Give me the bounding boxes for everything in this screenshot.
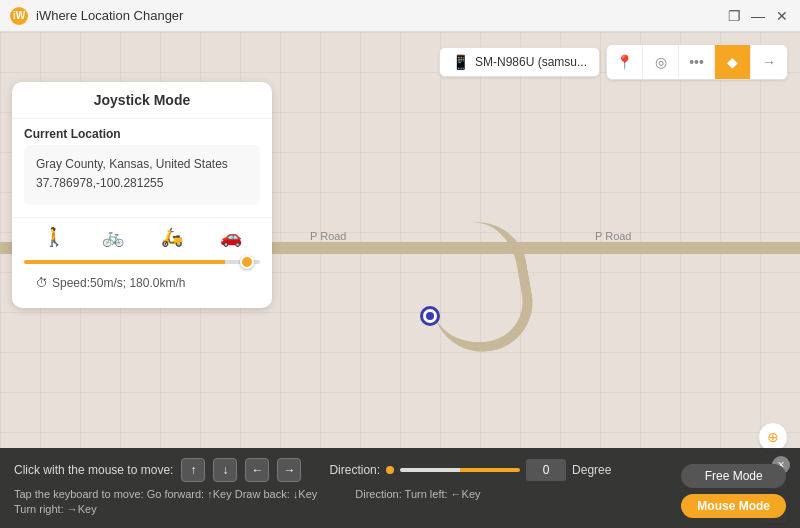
free-mode-button[interactable]: Free Mode <box>681 464 786 488</box>
up-key[interactable]: ↑ <box>181 458 205 482</box>
bottom-row1: Click with the mouse to move: ↑ ↓ ← → Di… <box>14 458 786 482</box>
road-label-2: P Road <box>595 230 632 242</box>
speed-value: Speed:50m/s; 180.0km/h <box>52 276 185 290</box>
app-title: iWhere Location Changer <box>36 8 183 23</box>
title-bar: iW iWhere Location Changer ❐ — ✕ <box>0 0 800 32</box>
speed-icon-label: ⏱ <box>36 276 48 290</box>
location-line1: Gray County, Kansas, United States <box>36 155 248 174</box>
direction-label: Direction: <box>329 463 380 477</box>
route-tool-button[interactable]: ◎ <box>643 45 679 79</box>
device-label: SM-N986U (samsu... <box>475 55 587 69</box>
active-tool-button[interactable]: ◆ <box>715 45 751 79</box>
turn-right-hint: Turn right: →Key <box>14 503 97 515</box>
joystick-header: Joystick Mode <box>12 82 272 119</box>
joystick-panel: Joystick Mode Current Location Gray Coun… <box>12 82 272 308</box>
speed-slider-container[interactable] <box>24 254 260 270</box>
down-key[interactable]: ↓ <box>213 458 237 482</box>
car-icon[interactable]: 🚗 <box>220 226 242 248</box>
map-toolbar: 📍 ◎ ••• ◆ → <box>606 44 788 80</box>
pin-outer <box>420 306 440 326</box>
direction-turn-left-hint: Direction: Turn left: ←Key <box>355 488 480 500</box>
direction-value-box: 0 <box>526 459 566 481</box>
direction-dot <box>386 466 394 474</box>
bottom-row2: Tap the keyboard to move: Go forward: ↑K… <box>14 488 786 500</box>
main-content: P Road P Road 📱 SM-N986U (samsu... 📍 ◎ •… <box>0 32 800 528</box>
minimize-button[interactable]: — <box>748 6 768 26</box>
direction-section: Direction: 0 Degree <box>329 459 611 481</box>
restore-button[interactable]: ❐ <box>724 6 744 26</box>
direction-slider[interactable] <box>400 468 520 472</box>
window-controls: ❐ — ✕ <box>724 6 792 26</box>
road-label-1: P Road <box>310 230 347 242</box>
dots-tool-button[interactable]: ••• <box>679 45 715 79</box>
location-line2: 37.786978,-100.281255 <box>36 174 248 193</box>
pin-tool-button[interactable]: 📍 <box>607 45 643 79</box>
mouse-mode-button[interactable]: Mouse Mode <box>681 494 786 518</box>
mouse-move-label: Click with the mouse to move: <box>14 463 173 477</box>
speed-label: ⏱ Speed:50m/s; 180.0km/h <box>24 270 260 300</box>
moped-icon[interactable]: 🛵 <box>161 226 183 248</box>
right-key[interactable]: → <box>277 458 301 482</box>
bike-icon[interactable]: 🚲 <box>102 226 124 248</box>
close-button[interactable]: ✕ <box>772 6 792 26</box>
walk-icon[interactable]: 🚶 <box>43 226 65 248</box>
speed-icons: 🚶 🚲 🛵 🚗 <box>24 226 260 248</box>
export-tool-button[interactable]: → <box>751 45 787 79</box>
bottom-panel: × Click with the mouse to move: ↑ ↓ ← → … <box>0 448 800 528</box>
keyboard-hint: Tap the keyboard to move: Go forward: ↑K… <box>14 488 317 500</box>
speed-slider-track <box>24 260 260 264</box>
mode-buttons: Free Mode Mouse Mode <box>681 464 786 518</box>
top-toolbar: 📱 SM-N986U (samsu... 📍 ◎ ••• ◆ → <box>439 44 788 80</box>
location-text-box: Gray County, Kansas, United States 37.78… <box>24 145 260 205</box>
device-button[interactable]: 📱 SM-N986U (samsu... <box>439 47 600 77</box>
pin-inner <box>426 312 434 320</box>
device-icon: 📱 <box>452 54 469 70</box>
speed-slider-thumb <box>240 255 254 269</box>
app-icon: iW <box>10 7 28 25</box>
location-label: Current Location <box>12 119 272 145</box>
speed-section: 🚶 🚲 🛵 🚗 ⏱ Speed:50m/s; 180.0km/h <box>12 217 272 308</box>
location-pin <box>420 306 440 326</box>
degree-label: Degree <box>572 463 611 477</box>
left-key[interactable]: ← <box>245 458 269 482</box>
